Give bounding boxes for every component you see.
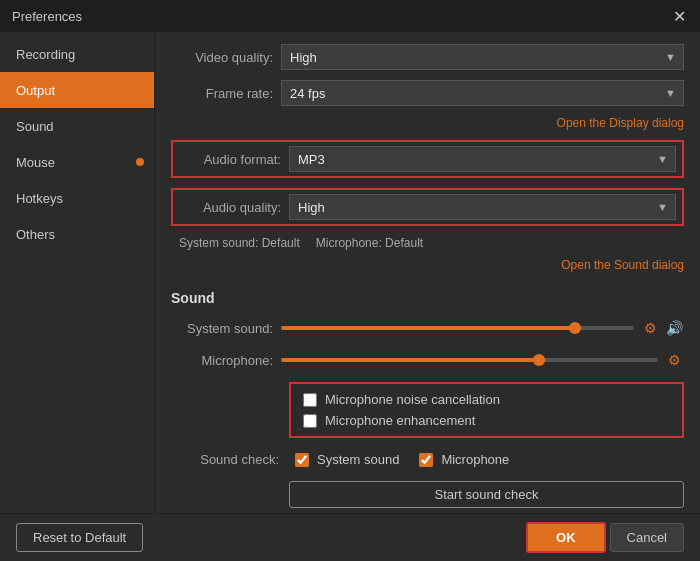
frame-rate-select-wrapper: 24 fps 30 fps 60 fps ▼ bbox=[281, 80, 684, 106]
microphone-settings-icon[interactable]: ⚙ bbox=[664, 350, 684, 370]
system-sound-slider-label: System sound: bbox=[171, 321, 281, 336]
sound-status-row: System sound: Default Microphone: Defaul… bbox=[171, 236, 684, 250]
window-title: Preferences bbox=[12, 9, 82, 24]
system-sound-volume-icon[interactable]: 🔊 bbox=[664, 318, 684, 338]
main-content: Video quality: High Medium Low ▼ Frame r… bbox=[155, 32, 700, 513]
sidebar-item-output-label: Output bbox=[16, 83, 55, 98]
microphone-check-label: Microphone bbox=[441, 452, 509, 467]
ok-button[interactable]: OK bbox=[526, 522, 606, 553]
system-sound-icons: ⚙ 🔊 bbox=[640, 318, 684, 338]
audio-format-select[interactable]: MP3 AAC WAV FLAC bbox=[289, 146, 676, 172]
sidebar-item-output[interactable]: Output bbox=[0, 72, 154, 108]
microphone-check-checkbox[interactable] bbox=[419, 453, 433, 467]
video-quality-select-wrapper: High Medium Low ▼ bbox=[281, 44, 684, 70]
microphone-track bbox=[281, 358, 658, 362]
sound-check-label: Sound check: bbox=[179, 452, 279, 467]
frame-rate-select[interactable]: 24 fps 30 fps 60 fps bbox=[281, 80, 684, 106]
microphone-checkbox-group: Microphone noise cancellation Microphone… bbox=[289, 382, 684, 438]
open-display-dialog-link[interactable]: Open the Display dialog bbox=[171, 116, 684, 130]
microphone-icons: ⚙ bbox=[664, 350, 684, 370]
sidebar-item-sound[interactable]: Sound bbox=[0, 108, 154, 144]
sound-check-row: Sound check: System sound Microphone bbox=[171, 452, 684, 467]
video-quality-label: Video quality: bbox=[171, 50, 281, 65]
sidebar: Recording Output Sound Mouse Hotkeys Oth… bbox=[0, 32, 155, 513]
noise-cancellation-label: Microphone noise cancellation bbox=[325, 392, 500, 407]
sidebar-item-mouse[interactable]: Mouse bbox=[0, 144, 154, 180]
audio-quality-select-wrapper: High Medium Low ▼ bbox=[289, 194, 676, 220]
system-sound-slider-container bbox=[281, 326, 634, 330]
system-sound-status: System sound: Default bbox=[179, 236, 300, 250]
footer-right: OK Cancel bbox=[526, 522, 684, 553]
sidebar-item-recording[interactable]: Recording bbox=[0, 36, 154, 72]
sidebar-item-recording-label: Recording bbox=[16, 47, 75, 62]
system-sound-track bbox=[281, 326, 634, 330]
system-sound-slider-row: System sound: ⚙ 🔊 bbox=[171, 318, 684, 338]
open-sound-dialog-link[interactable]: Open the Sound dialog bbox=[171, 258, 684, 272]
sidebar-item-others[interactable]: Others bbox=[0, 216, 154, 252]
audio-format-label: Audio format: bbox=[179, 152, 289, 167]
microphone-slider-container bbox=[281, 358, 658, 362]
frame-rate-label: Frame rate: bbox=[171, 86, 281, 101]
audio-quality-label: Audio quality: bbox=[179, 200, 289, 215]
noise-cancellation-checkbox[interactable] bbox=[303, 393, 317, 407]
preferences-window: Preferences ✕ Recording Output Sound Mou… bbox=[0, 0, 700, 561]
video-quality-row: Video quality: High Medium Low ▼ bbox=[171, 44, 684, 70]
sidebar-item-hotkeys-label: Hotkeys bbox=[16, 191, 63, 206]
sidebar-item-sound-label: Sound bbox=[16, 119, 54, 134]
cancel-button[interactable]: Cancel bbox=[610, 523, 684, 552]
start-sound-check-button[interactable]: Start sound check bbox=[289, 481, 684, 508]
enhancement-checkbox[interactable] bbox=[303, 414, 317, 428]
audio-quality-select[interactable]: High Medium Low bbox=[289, 194, 676, 220]
system-sound-settings-icon[interactable]: ⚙ bbox=[640, 318, 660, 338]
enhancement-label: Microphone enhancement bbox=[325, 413, 475, 428]
system-sound-thumb[interactable] bbox=[569, 322, 581, 334]
enhancement-row: Microphone enhancement bbox=[303, 413, 670, 428]
footer: Reset to Default OK Cancel bbox=[0, 513, 700, 561]
frame-rate-row: Frame rate: 24 fps 30 fps 60 fps ▼ bbox=[171, 80, 684, 106]
content-area: Recording Output Sound Mouse Hotkeys Oth… bbox=[0, 32, 700, 513]
close-button[interactable]: ✕ bbox=[670, 7, 688, 25]
microphone-slider-label: Microphone: bbox=[171, 353, 281, 368]
audio-format-highlighted: Audio format: MP3 AAC WAV FLAC ▼ bbox=[171, 140, 684, 178]
sidebar-item-mouse-label: Mouse bbox=[16, 155, 55, 170]
mouse-dot bbox=[136, 158, 144, 166]
titlebar: Preferences ✕ bbox=[0, 0, 700, 32]
audio-format-select-wrapper: MP3 AAC WAV FLAC ▼ bbox=[289, 146, 676, 172]
reset-button[interactable]: Reset to Default bbox=[16, 523, 143, 552]
sidebar-item-hotkeys[interactable]: Hotkeys bbox=[0, 180, 154, 216]
system-sound-check-checkbox[interactable] bbox=[295, 453, 309, 467]
sound-section-title: Sound bbox=[171, 290, 684, 306]
microphone-thumb[interactable] bbox=[533, 354, 545, 366]
video-quality-select[interactable]: High Medium Low bbox=[281, 44, 684, 70]
microphone-status: Microphone: Default bbox=[316, 236, 423, 250]
sidebar-item-others-label: Others bbox=[16, 227, 55, 242]
audio-quality-highlighted: Audio quality: High Medium Low ▼ bbox=[171, 188, 684, 226]
microphone-slider-row: Microphone: ⚙ bbox=[171, 350, 684, 370]
system-sound-check-label: System sound bbox=[317, 452, 399, 467]
noise-cancellation-row: Microphone noise cancellation bbox=[303, 392, 670, 407]
